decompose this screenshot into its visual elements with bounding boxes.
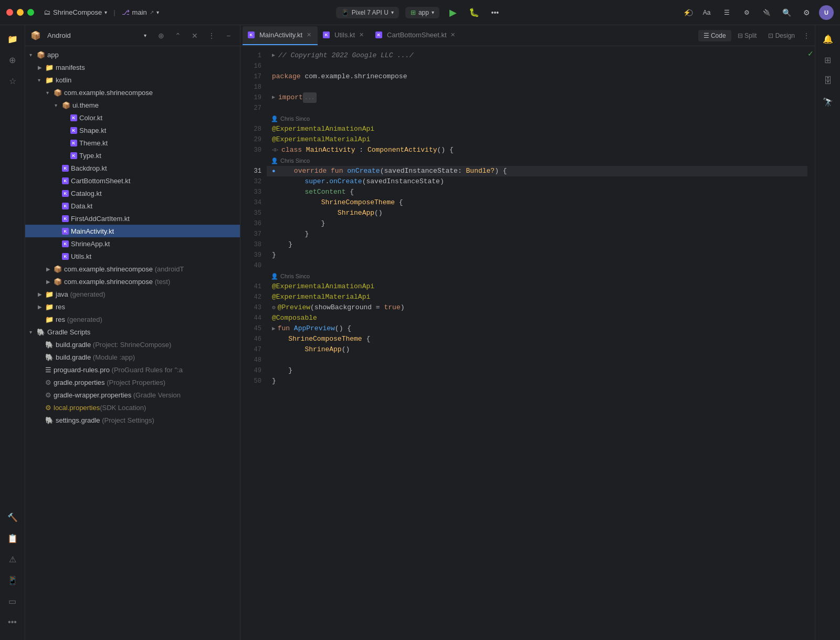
search-button[interactable]: 🔍 xyxy=(779,5,794,20)
code-line: setContent { xyxy=(267,187,807,197)
tree-item-res-generated[interactable]: ▶ 📁 res (generated) xyxy=(25,313,240,326)
app-inspection-button[interactable]: 🔭 xyxy=(818,92,837,111)
tree-item-color-kt[interactable]: ▶ K Color.kt xyxy=(25,111,240,124)
code-line: ▶ // Copyright 2022 Google LLC .../ xyxy=(267,50,807,61)
tab-close-button[interactable]: ✕ xyxy=(358,32,365,39)
tree-item-proguard-rules[interactable]: ▶ ☰ proguard-rules.pro (ProGuard Rules f… xyxy=(25,363,240,376)
tree-item-package-main[interactable]: ▾ 📦 com.example.shrinecompose xyxy=(25,86,240,99)
avd-manager-button[interactable]: ☰ xyxy=(719,5,734,20)
line-num: 43 xyxy=(240,302,267,313)
tree-label: kotlin xyxy=(56,76,71,84)
tree-item-package-test[interactable]: ▶ 📦 com.example.shrinecompose (test) xyxy=(25,275,240,288)
tree-label: res xyxy=(56,303,65,311)
tree-item-local-properties[interactable]: ▶ ⚙ local.properties (SDK Location) xyxy=(25,401,240,414)
tree-item-app[interactable]: ▾ 📦 app xyxy=(25,48,240,61)
database-inspector-button[interactable]: 🗄 xyxy=(818,71,837,90)
plugin-button[interactable]: 🔌 xyxy=(759,5,774,20)
tree-label: Type.kt xyxy=(79,152,101,160)
device-manager-button[interactable]: Aa xyxy=(699,5,714,20)
tree-label: build.gradle (Project: ShrineCompose) xyxy=(56,341,171,349)
tree-item-res[interactable]: ▶ 📁 res xyxy=(25,300,240,313)
editor-scrollbar[interactable]: ✓ xyxy=(807,46,815,640)
tab-cartbottomsheet-kt[interactable]: K CartBottomSheet.kt ✕ xyxy=(370,26,461,45)
tree-item-shrineapp-kt[interactable]: ▶ K ShrineApp.kt xyxy=(25,237,240,250)
split-view-button[interactable]: ⊟ Split xyxy=(732,30,762,41)
layout-inspector-button[interactable]: ⊞ xyxy=(818,50,837,69)
right-icon-panel: 🔔 ⊞ 🗄 🔭 xyxy=(815,25,840,640)
notifications-button[interactable]: 🔔 xyxy=(818,29,837,48)
tree-item-gradle-properties[interactable]: ▶ ⚙ gradle.properties (Project Propertie… xyxy=(25,376,240,389)
tree-item-utils-kt[interactable]: ▶ K Utils.kt xyxy=(25,250,240,263)
line-num: 17 xyxy=(240,71,267,82)
collapse-all-button[interactable]: ⌃ xyxy=(172,29,184,42)
project-selector[interactable]: 🗂 ShrineCompose ▾ xyxy=(44,8,107,16)
checkmark-icon: ✓ xyxy=(807,49,814,58)
settings-button[interactable]: ⚙ xyxy=(799,5,814,20)
tree-item-java-generated[interactable]: ▶ 📁 java (generated) xyxy=(25,288,240,300)
code-line: } xyxy=(267,250,807,260)
profiler-button[interactable]: ⚡⃝ xyxy=(679,5,694,20)
tree-label: manifests xyxy=(56,64,85,71)
logcat-button[interactable]: 📋 xyxy=(3,529,22,548)
tree-item-data-kt[interactable]: ▶ K Data.kt xyxy=(25,200,240,212)
device-selector[interactable]: 📱 Pixel 7 API U ▾ xyxy=(336,7,399,18)
tab-utils-kt[interactable]: K Utils.kt ✕ xyxy=(318,26,370,45)
code-editor[interactable]: ▶ // Copyright 2022 Google LLC .../ pack… xyxy=(267,46,807,640)
minimize-button[interactable] xyxy=(17,9,24,16)
run-button[interactable]: ▶ xyxy=(446,5,460,20)
close-panel-button[interactable]: ✕ xyxy=(188,29,201,42)
tree-item-gradle-scripts[interactable]: ▾ 🐘 Gradle Scripts xyxy=(25,326,240,338)
tree-item-shape-kt[interactable]: ▶ K Shape.kt xyxy=(25,124,240,137)
minimize-panel-button[interactable]: − xyxy=(222,29,235,42)
more-options-button[interactable]: ••• xyxy=(488,5,502,20)
close-button[interactable] xyxy=(6,9,13,16)
android-folder-icon: 📦 xyxy=(30,30,41,40)
tree-item-build-gradle-module[interactable]: ▶ 🐘 build.gradle (Module :app) xyxy=(25,351,240,363)
sync-button[interactable]: ⊕ xyxy=(155,29,167,42)
code-view-button[interactable]: ☰ Code xyxy=(698,30,731,41)
tree-item-ui-theme[interactable]: ▾ 📦 ui.theme xyxy=(25,99,240,111)
tree-item-mainactivity-kt[interactable]: ▶ K MainActivity.kt xyxy=(25,225,240,237)
project-view-button[interactable]: 📁 xyxy=(3,29,22,48)
tree-item-build-gradle-project[interactable]: ▶ 🐘 build.gradle (Project: ShrineCompose… xyxy=(25,338,240,351)
terminal-button[interactable]: ▭ xyxy=(3,592,22,611)
tree-item-firstaddcartitem-kt[interactable]: ▶ K FirstAddCartItem.kt xyxy=(25,212,240,225)
tree-item-type-kt[interactable]: ▶ K Type.kt xyxy=(25,149,240,162)
emulator-button[interactable]: 📱 xyxy=(3,571,22,590)
line-num: 34 xyxy=(240,197,267,208)
sdk-manager-button[interactable]: ⚙ xyxy=(739,5,754,20)
more-tools-button[interactable]: ••• xyxy=(3,613,22,632)
tree-item-kotlin[interactable]: ▾ 📁 kotlin xyxy=(25,74,240,86)
kt-icon: K xyxy=(375,32,382,38)
git-author-label: 👤 Chris Sinco xyxy=(267,113,807,124)
code-line: package com.example.shrinecompose xyxy=(267,71,807,82)
gear-icon[interactable]: ⋮ xyxy=(205,29,218,42)
tab-close-button[interactable]: ✕ xyxy=(305,32,312,39)
tree-item-theme-kt[interactable]: ▶ K Theme.kt xyxy=(25,137,240,149)
app-selector[interactable]: ⊞ app ▾ xyxy=(405,7,439,18)
tree-item-catalog-kt[interactable]: ▶ K Catalog.kt xyxy=(25,187,240,200)
line-num: 1 xyxy=(240,50,267,61)
design-view-button[interactable]: ⊡ Design xyxy=(763,30,800,41)
tree-item-settings-gradle[interactable]: ▶ 🐘 settings.gradle (Project Settings) xyxy=(25,414,240,426)
git-button[interactable]: ⊕ xyxy=(3,50,22,69)
tree-label: CartBottomSheet.kt xyxy=(71,177,130,185)
tab-close-button[interactable]: ✕ xyxy=(449,32,457,39)
code-line xyxy=(267,61,807,71)
problems-button[interactable]: ⚠ xyxy=(3,550,22,569)
user-avatar[interactable]: U xyxy=(819,5,834,20)
tree-item-manifests[interactable]: ▶ 📁 manifests xyxy=(25,61,240,74)
maximize-button[interactable] xyxy=(27,9,34,16)
build-button[interactable]: 🔨 xyxy=(3,508,22,527)
tab-mainactivity-kt[interactable]: K MainActivity.kt ✕ xyxy=(243,26,318,45)
debug-button[interactable]: 🐛 xyxy=(467,5,481,20)
tree-item-package-android-test[interactable]: ▶ 📦 com.example.shrinecompose (androidT xyxy=(25,263,240,275)
tree-label: com.example.shrinecompose (androidT xyxy=(64,265,184,273)
tree-item-gradle-wrapper-properties[interactable]: ▶ ⚙ gradle-wrapper.properties (Gradle Ve… xyxy=(25,389,240,401)
favorites-button[interactable]: ☆ xyxy=(3,71,22,90)
tree-item-cartbottomsheet-kt[interactable]: ▶ K CartBottomSheet.kt xyxy=(25,174,240,187)
tab-more-button[interactable]: ⋮ xyxy=(800,29,813,42)
line-numbers: 1 16 17 18 19 27 · 28 29 30 · 31 32 33 3… xyxy=(240,46,267,640)
tree-item-backdrop-kt[interactable]: ▶ K Backdrop.kt xyxy=(25,162,240,174)
branch-selector[interactable]: ⎇ main ↗ ▾ xyxy=(122,8,159,16)
